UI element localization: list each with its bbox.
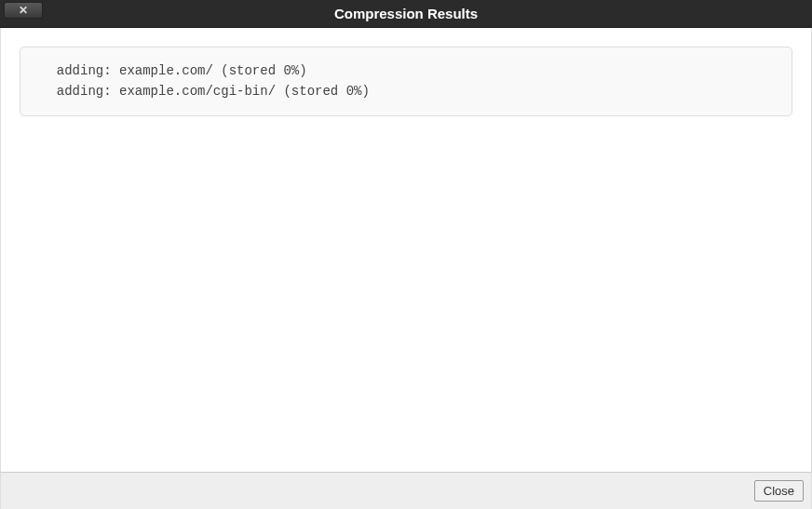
close-button[interactable]: Close <box>754 480 804 502</box>
titlebar: ✕ Compression Results <box>0 0 812 28</box>
window-close-button[interactable]: ✕ <box>4 2 43 19</box>
content-area: adding: example.com/ (stored 0%) adding:… <box>0 28 812 472</box>
dialog-title: Compression Results <box>334 6 478 21</box>
close-icon: ✕ <box>19 5 28 16</box>
compression-output: adding: example.com/ (stored 0%) adding:… <box>20 47 792 116</box>
footer: Close <box>0 472 812 509</box>
